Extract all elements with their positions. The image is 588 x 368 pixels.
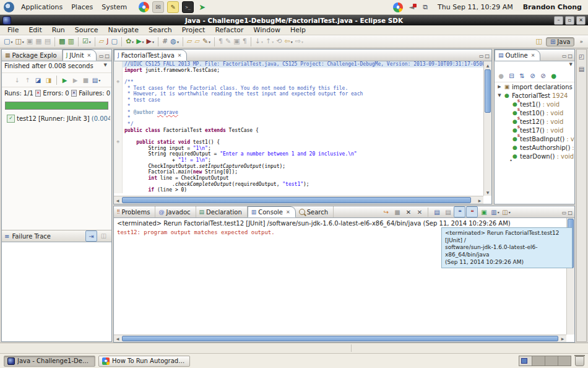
new-button[interactable]: ▢▾ [2, 36, 14, 47]
text-editor-icon[interactable]: ✎ [167, 1, 179, 13]
java-folder-button[interactable]: ▱ [98, 36, 105, 47]
menu-run[interactable]: Run [47, 25, 70, 35]
maximize-view-icon[interactable]: □ [568, 53, 573, 59]
tab-javadoc[interactable]: @Javadoc [155, 206, 196, 217]
debug-button-dropdown[interactable]: ▾ [132, 40, 134, 44]
remove-launch-button[interactable]: ✕ [403, 207, 413, 217]
fast-view-editor-button[interactable]: ▤ [576, 64, 587, 74]
minimize-view-icon[interactable]: ▭ [562, 53, 567, 59]
expander-icon[interactable]: ▶ [497, 84, 502, 89]
menu-applications[interactable]: Applications [17, 2, 67, 12]
minimize-view-icon[interactable]: ▭ [562, 210, 567, 216]
java-file-button[interactable]: ▢ [110, 36, 118, 47]
display-console-button-dropdown[interactable]: ▾ [498, 210, 499, 214]
junit-button[interactable]: J [105, 36, 110, 47]
outline-item[interactable]: ●Stest12(): void [495, 117, 574, 126]
system-monitor-icon[interactable]: ➤ [197, 2, 207, 12]
verify-button-dropdown[interactable]: ▾ [89, 40, 91, 44]
menu-file[interactable]: File [2, 25, 24, 35]
menu-system[interactable]: System [97, 2, 131, 12]
outline-item[interactable]: ●Stest1(): void [495, 100, 574, 108]
workspace-3[interactable] [545, 356, 558, 366]
tab-problems[interactable]: ‼Problems [114, 206, 155, 217]
network-icon[interactable]: ⧉ [420, 2, 430, 12]
code-editor[interactable]: //UIUC CS125 FALL 2013 MP. File: Factori… [114, 61, 483, 196]
debug-button[interactable]: ✿▾ [124, 36, 135, 47]
java-perspective-button[interactable]: ⊞ Java [546, 37, 575, 46]
workspace-4[interactable] [558, 356, 571, 366]
test-history-button-dropdown[interactable]: ▾ [98, 78, 100, 82]
clear-console-button[interactable]: ▤ [431, 207, 442, 217]
toolbar-overflow-chevron[interactable]: » [577, 38, 586, 45]
close-icon[interactable]: ✕ [178, 53, 182, 58]
tab-package-explo[interactable]: ▦Package Explo [2, 50, 63, 61]
tab-declaration[interactable]: ▤Declaration [196, 206, 248, 217]
back-button-dropdown[interactable]: ▾ [291, 40, 293, 44]
outline-item[interactable]: ▶▣import declarations [495, 82, 574, 91]
test-result-item[interactable]: ✓ test12 [Runner: JUnit 3] (0.004 s) [7, 114, 110, 123]
rerun-test-button[interactable]: ▶ [59, 75, 70, 85]
trash-icon[interactable] [575, 356, 584, 366]
terminal-icon[interactable]: >_ [182, 1, 194, 13]
collapse-all-button[interactable]: ⊟ [506, 71, 517, 81]
close-icon[interactable]: ✕ [531, 53, 535, 58]
hide-nonpublic-button[interactable]: ● [548, 71, 559, 81]
external-tools-button[interactable]: ▶▾ [145, 36, 155, 47]
show-on-stderr-button[interactable]: ❝ [466, 206, 478, 217]
chrome-icon[interactable] [139, 2, 149, 12]
show-failures-only-button[interactable]: ◪ [33, 75, 43, 85]
menu-places[interactable]: Places [67, 2, 97, 12]
hide-fields-button[interactable]: ⊘ [527, 71, 538, 81]
tab-console[interactable]: ▥Console✕ [248, 206, 296, 217]
menu-search[interactable]: Search [144, 25, 177, 35]
scroll-right-icon[interactable]: ▶ [476, 196, 483, 204]
device-button[interactable]: ▥ [66, 36, 75, 47]
open-perspective-button[interactable]: ◫ [535, 36, 543, 47]
user-menu[interactable]: Brandon Chong [521, 3, 584, 11]
outline-item[interactable]: ●Stest10(): void [495, 108, 574, 117]
volume-muted-icon[interactable]: ◄ [407, 2, 417, 12]
chrome-icon[interactable] [393, 2, 403, 12]
editor-vertical-scrollbar[interactable]: ▲ ▼ [483, 61, 491, 196]
menu-edit[interactable]: Edit [24, 25, 46, 35]
pin-console-button[interactable]: ▣ [478, 207, 489, 217]
console-horizontal-scrollbar[interactable]: ◀ ▶ [114, 335, 566, 342]
mail-icon[interactable]: ✉ [152, 1, 164, 13]
remove-all-terminated-button[interactable]: ✕ [414, 207, 425, 217]
close-icon[interactable]: ✕ [286, 209, 290, 215]
run-button[interactable]: ▶▾ [135, 36, 145, 47]
open-folder-button[interactable]: ▱ [186, 36, 193, 47]
scrollbar-thumb[interactable] [122, 336, 558, 341]
menu-help[interactable]: Help [285, 25, 311, 35]
scroll-right-icon[interactable]: ▶ [559, 335, 566, 342]
tab-factorialtest-java[interactable]: J FactorialTest.java ✕ [114, 50, 187, 61]
distro-logo-icon[interactable] [4, 2, 14, 12]
tab-search[interactable]: Search [296, 206, 334, 217]
scroll-left-icon[interactable]: ◀ [114, 335, 121, 342]
outline-item[interactable]: ●testAuthorship(): void [495, 143, 574, 152]
new-button-dropdown[interactable]: ▾ [11, 40, 12, 44]
workspace-2[interactable] [532, 356, 545, 366]
maximize-view-icon[interactable]: □ [568, 210, 573, 216]
taskbar-window[interactable]: How To Run Autograde... [98, 356, 190, 367]
hide-static-button[interactable]: ⊘ [538, 71, 548, 81]
menu-navigate[interactable]: Navigate [103, 25, 144, 35]
relaunch-button[interactable]: ↪ [381, 207, 391, 217]
scrollbar-thumb[interactable] [122, 197, 471, 203]
fold-collapse-icon[interactable]: ⊖ [114, 79, 123, 85]
new-wizard-button-dropdown[interactable]: ▾ [22, 40, 24, 44]
maximize-view-icon[interactable]: □ [105, 53, 110, 59]
minimize-view-icon[interactable]: ▭ [479, 53, 484, 59]
view-menu-icon[interactable]: ▼ [569, 62, 574, 69]
run-button-dropdown[interactable]: ▾ [142, 40, 144, 44]
tab-outline[interactable]: ▤ Outline ✕ [495, 50, 540, 61]
window-titlebar[interactable]: Java - Challenge1-DebugMe/FactorialTest.… [0, 15, 588, 25]
compare-result-button[interactable]: ⇥ [85, 230, 97, 242]
tab-junit[interactable]: JJUnit✕ [63, 50, 97, 61]
view-menu-icon[interactable]: ▼ [104, 63, 109, 72]
scroll-lock-button[interactable]: ◨ [43, 75, 54, 85]
sort-button[interactable]: ⇅ [517, 71, 527, 81]
outline-item[interactable]: ●▴tearDown(): void [495, 152, 574, 160]
scroll-up-icon[interactable]: ▲ [484, 61, 491, 69]
show-on-stdout-button[interactable]: ❝ [454, 206, 465, 217]
